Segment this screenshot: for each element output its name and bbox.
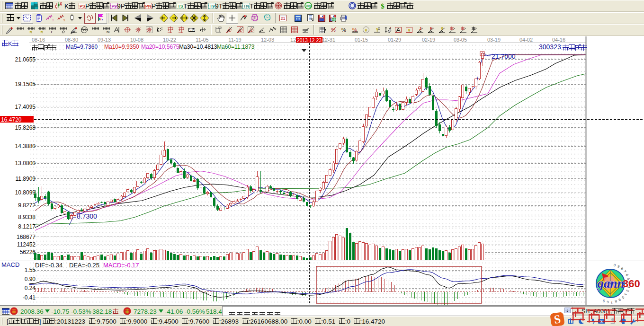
svg-text:%: % xyxy=(352,27,357,33)
svg-text:-0.41: -0.41 xyxy=(23,294,36,301)
svg-text:02-19: 02-19 xyxy=(422,37,435,43)
svg-text:F: F xyxy=(51,30,54,34)
svg-text:0.24: 0.24 xyxy=(25,285,36,291)
svg-text:21.7000: 21.7000 xyxy=(492,53,516,60)
svg-text:09-13: 09-13 xyxy=(98,37,111,43)
svg-text:¥: ¥ xyxy=(408,28,410,33)
svg-text:DIF=-0.34: DIF=-0.34 xyxy=(35,262,63,269)
svg-text:300323: 300323 xyxy=(539,43,561,51)
svg-text:MACD: MACD xyxy=(1,261,19,268)
svg-text:11-19: 11-19 xyxy=(228,37,241,43)
svg-text:¥: ¥ xyxy=(376,27,379,33)
svg-text:J: J xyxy=(419,26,421,31)
svg-text:MACD=-0.17: MACD=-0.17 xyxy=(103,262,139,269)
svg-text:19.1505: 19.1505 xyxy=(15,81,36,88)
svg-text:360: 360 xyxy=(623,278,640,290)
svg-text:$: $ xyxy=(381,2,385,9)
svg-text:13.0800: 13.0800 xyxy=(15,160,36,167)
svg-text:F: F xyxy=(430,26,433,31)
svg-text:Ma30=10.4813: Ma30=10.4813 xyxy=(179,44,217,50)
svg-text:gann: gann xyxy=(597,276,624,291)
svg-text:112452: 112452 xyxy=(17,241,36,248)
svg-text:9: 9 xyxy=(63,18,65,22)
svg-text:¥: ¥ xyxy=(441,26,443,31)
svg-text:17.4095: 17.4095 xyxy=(15,104,36,110)
svg-text:21: 21 xyxy=(280,16,285,21)
svg-text:03-05: 03-05 xyxy=(454,37,467,43)
svg-text:08-30: 08-30 xyxy=(65,37,78,43)
svg-text:12-03: 12-03 xyxy=(261,37,274,43)
svg-text:T9: T9 xyxy=(210,4,215,9)
svg-text:04-16: 04-16 xyxy=(552,37,565,43)
svg-text:Ma10=9.9350: Ma10=9.9350 xyxy=(104,44,139,50)
svg-text:PN: PN xyxy=(145,4,152,9)
svg-text:%: % xyxy=(331,27,336,33)
svg-text:¥: ¥ xyxy=(365,28,367,33)
svg-text:2013-12-23: 2013-12-23 xyxy=(297,37,322,43)
svg-text:11-05: 11-05 xyxy=(196,37,208,43)
svg-text:6: 6 xyxy=(607,300,609,304)
svg-text:8.1217: 8.1217 xyxy=(18,223,36,230)
svg-text:03-19: 03-19 xyxy=(487,37,501,43)
svg-text:168677: 168677 xyxy=(17,234,36,240)
svg-text:0.90: 0.90 xyxy=(25,276,36,282)
svg-text:%: % xyxy=(341,27,346,33)
svg-text:8.7300: 8.7300 xyxy=(77,212,97,220)
svg-text:16.4720: 16.4720 xyxy=(1,116,22,123)
svg-text:04-02: 04-02 xyxy=(519,37,533,43)
svg-text:15.8268: 15.8268 xyxy=(15,124,36,131)
svg-text:DEA=-0.25: DEA=-0.25 xyxy=(69,262,99,269)
svg-text:10-22: 10-22 xyxy=(163,37,176,43)
svg-text:Ma5=9.7360: Ma5=9.7360 xyxy=(66,44,98,50)
svg-text:8.9338: 8.9338 xyxy=(18,214,36,220)
svg-text:01-15: 01-15 xyxy=(355,37,368,43)
svg-text:Ma20=10.5675: Ma20=10.5675 xyxy=(141,44,179,50)
svg-text:3: 3 xyxy=(52,18,54,22)
svg-text:P9: P9 xyxy=(111,4,116,9)
svg-text:Ma60=11.1873: Ma60=11.1873 xyxy=(217,44,255,50)
svg-text:01-29: 01-29 xyxy=(388,37,401,43)
svg-text:21.0655: 21.0655 xyxy=(15,56,36,63)
svg-text:123: 123 xyxy=(190,29,194,32)
svg-text:TN: TN xyxy=(243,4,249,9)
svg-text:TS: TS xyxy=(178,4,183,9)
svg-text:12-31: 12-31 xyxy=(322,37,335,43)
svg-text:11.8909: 11.8909 xyxy=(16,176,36,182)
svg-text:n²: n² xyxy=(107,30,110,34)
svg-text:9.8272: 9.8272 xyxy=(18,202,36,209)
svg-text:56226: 56226 xyxy=(20,249,36,256)
svg-text:10-08: 10-08 xyxy=(130,37,143,43)
svg-text:¤: ¤ xyxy=(40,30,43,34)
svg-text:14.3880: 14.3880 xyxy=(15,143,36,150)
svg-text:Big: Big xyxy=(306,4,311,8)
svg-text:10.8099: 10.8099 xyxy=(15,189,36,196)
svg-text:¤: ¤ xyxy=(29,30,32,34)
svg-text:08-16: 08-16 xyxy=(32,37,45,43)
svg-text:PS: PS xyxy=(80,4,85,9)
svg-text:1.55: 1.55 xyxy=(25,267,36,273)
